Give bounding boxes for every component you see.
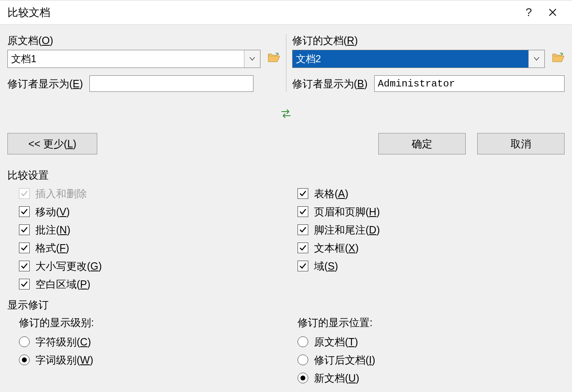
checkbox-formatting[interactable]: [19, 243, 30, 253]
checkbox-move[interactable]: [19, 206, 30, 217]
checkbox-insert-delete: [19, 188, 30, 199]
original-document-browse-button[interactable]: [267, 53, 280, 65]
original-document-value: 文档1: [8, 50, 244, 68]
button-bar: << 更少(L) 确定 取消: [7, 133, 565, 162]
option-whitespace[interactable]: 空白区域(P): [19, 277, 286, 292]
option-formatting[interactable]: 格式(F): [19, 240, 286, 255]
revised-reviser-row: 修订者显示为(B) Administrator: [292, 75, 565, 92]
folder-open-icon: [552, 52, 564, 65]
checkbox-tables[interactable]: [298, 188, 308, 199]
compare-documents-dialog: 比较文档 ? 原文档(O) 文档1: [0, 0, 572, 392]
option-textboxes[interactable]: 文本框(X): [298, 240, 565, 255]
revised-document-column: 修订的文档(R) 文档2: [292, 34, 565, 92]
revised-document-value: 文档2: [293, 50, 529, 68]
folder-open-icon: [267, 52, 280, 65]
radio-original[interactable]: [298, 336, 308, 347]
revised-document-label: 修订的文档(R): [292, 34, 565, 47]
original-document-column: 原文档(O) 文档1: [7, 34, 286, 92]
location-heading: 修订的显示位置:: [298, 316, 565, 329]
option-headers-footers[interactable]: 页眉和页脚(H): [298, 204, 565, 219]
revised-document-dropdown-button[interactable]: [528, 50, 544, 68]
compare-settings-heading: 比较设置: [7, 168, 565, 182]
checkbox-headers-footers[interactable]: [298, 206, 308, 217]
show-changes-options: 修订的显示级别: 字符级别(C) 字词级别(W) 修订的显示位置: 原文档(T): [7, 316, 565, 385]
option-comments[interactable]: 批注(N): [19, 222, 286, 237]
radio-option-new[interactable]: 新文档(U): [298, 371, 565, 385]
radio-option-word-level[interactable]: 字词级别(W): [19, 352, 286, 367]
checkbox-comments[interactable]: [19, 224, 30, 235]
cancel-button[interactable]: 取消: [477, 133, 565, 154]
original-reviser-input[interactable]: [89, 75, 253, 92]
radio-option-original[interactable]: 原文档(T): [298, 334, 565, 349]
radio-option-revised[interactable]: 修订后文档(I): [298, 352, 565, 367]
option-insert-delete: 插入和删除: [19, 186, 286, 201]
help-button[interactable]: ?: [517, 0, 541, 24]
original-document-dropdown-button[interactable]: [244, 50, 260, 68]
checkbox-footnotes[interactable]: [298, 224, 308, 235]
titlebar: 比较文档 ?: [0, 0, 572, 25]
checkbox-case[interactable]: [19, 261, 30, 271]
revised-reviser-label: 修订者显示为(B): [292, 77, 368, 91]
radio-char-level[interactable]: [19, 336, 30, 347]
dialog-title: 比较文档: [7, 5, 50, 20]
option-fields[interactable]: 域(S): [298, 259, 565, 273]
compare-settings-options: 插入和删除 移动(V) 批注(N) 格式(F) 大小写更改(G): [7, 186, 565, 292]
original-reviser-label: 修订者显示为(E): [7, 77, 83, 91]
revised-document-combo[interactable]: 文档2: [292, 50, 545, 68]
swap-documents-button[interactable]: [281, 109, 291, 121]
option-tables[interactable]: 表格(A): [298, 186, 565, 201]
close-button[interactable]: [541, 0, 565, 24]
option-footnotes[interactable]: 脚注和尾注(D): [298, 222, 565, 237]
checkbox-whitespace[interactable]: [19, 279, 30, 289]
level-heading: 修订的显示级别:: [19, 316, 286, 329]
option-case[interactable]: 大小写更改(G): [19, 259, 286, 273]
option-move[interactable]: 移动(V): [19, 204, 286, 219]
revised-reviser-input[interactable]: Administrator: [374, 75, 565, 92]
less-button[interactable]: << 更少(L): [7, 133, 97, 154]
show-changes-heading: 显示修订: [7, 298, 565, 312]
checkbox-textboxes[interactable]: [298, 243, 308, 253]
swap-row: [7, 92, 565, 133]
checkbox-fields[interactable]: [298, 261, 308, 271]
ok-button[interactable]: 确定: [378, 133, 466, 154]
radio-word-level[interactable]: [19, 355, 30, 365]
swap-arrows-icon: [281, 109, 291, 120]
original-document-label: 原文档(O): [7, 34, 280, 47]
radio-new[interactable]: [298, 373, 308, 383]
radio-revised[interactable]: [298, 355, 308, 365]
document-selector-row: 原文档(O) 文档1: [7, 34, 565, 92]
original-document-combo[interactable]: 文档1: [7, 50, 260, 68]
radio-option-char-level[interactable]: 字符级别(C): [19, 334, 286, 349]
revised-document-browse-button[interactable]: [551, 53, 565, 65]
original-reviser-row: 修订者显示为(E): [7, 75, 280, 92]
